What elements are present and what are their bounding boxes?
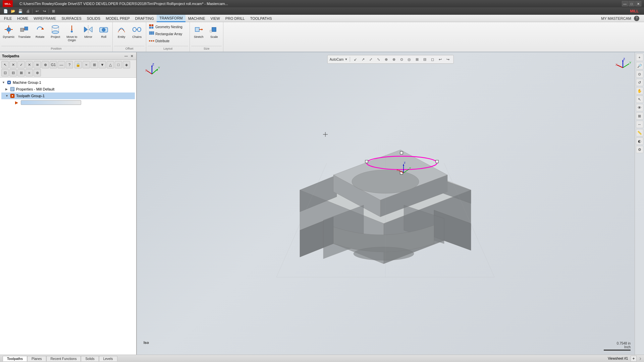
viewsheet-add-button[interactable]: + [631,356,637,362]
menu-wireframe[interactable]: WIREFRAME [31,15,59,22]
help-icon[interactable]: ? [634,16,639,21]
vp-btn-13[interactable]: ↪ [444,56,451,63]
rt-zoom-in[interactable]: + [636,54,643,61]
menu-surfaces[interactable]: SURFACES [59,15,84,22]
rt-settings[interactable]: ⚙ [636,146,643,153]
tp-box-button[interactable]: ⊡ [1,69,9,76]
rectangular-array-button[interactable]: Rectangular Array [148,31,184,37]
menu-file[interactable]: FILE [1,15,14,22]
geometry-nesting-button[interactable]: Geometry Nesting [148,23,184,30]
open-button[interactable]: 📂 [10,8,16,14]
tab-solids[interactable]: Solids [81,356,99,361]
toolpaths-close-button[interactable]: ✕ [129,54,134,58]
vp-btn-9[interactable]: ⊞ [414,56,420,63]
vp-btn-4[interactable]: ⤡ [375,56,382,63]
viewsheet-scroll-button[interactable]: › [639,355,641,362]
tab-recent-functions[interactable]: Recent Functions [46,356,81,361]
rotate-button[interactable]: Rotate [33,23,47,40]
scale-button[interactable]: Scale [207,23,221,40]
menu-model-prep[interactable]: MODEL PREP [103,15,132,22]
tp-plus-button[interactable]: ⊕ [34,69,41,76]
save-button[interactable]: 💾 [17,8,23,14]
rt-fit[interactable]: ⊙ [636,70,643,78]
vp-btn-7[interactable]: ⊙ [398,56,405,63]
rt-view[interactable]: 👁 [636,104,643,111]
tp-list-button[interactable]: ≋ [34,61,41,68]
vp-btn-6[interactable]: ⊗ [390,56,397,63]
menu-solids[interactable]: SOLIDS [84,15,103,22]
new-button[interactable]: 📄 [3,8,9,14]
menu-transform[interactable]: TRANSFORM [157,15,185,22]
tp-cross-button[interactable]: ◈ [123,61,130,68]
tab-toolpaths[interactable]: Toolpaths [3,356,27,361]
autocam-dropdown[interactable]: ▼ [344,58,347,61]
tree-machine-group[interactable]: ▼ Machine Group-1 [1,79,135,86]
tp-collapse-button[interactable]: — [58,61,65,68]
tp-down-button[interactable]: ▼ [99,61,106,68]
tp-up-button[interactable]: △ [107,61,114,68]
mirror-button[interactable]: Mirror [81,23,96,40]
menu-pro-drill[interactable]: PRO DRILL [223,15,248,22]
tab-levels[interactable]: Levels [99,356,117,361]
vp-btn-1[interactable]: ↙ [352,56,359,63]
tree-properties[interactable]: ▶ Properties - Mill Default [1,86,135,93]
roll-button[interactable]: Roll [96,23,111,40]
tp-help-button[interactable]: ? [66,61,73,68]
rt-dim[interactable]: ↔ [636,121,643,128]
print-button[interactable]: 🖨 [25,8,31,14]
close-button[interactable]: ✕ [635,1,641,6]
vp-btn-5[interactable]: ⊕ [383,56,389,63]
menu-machine[interactable]: MACHINE [185,15,208,22]
minimize-button[interactable]: — [622,1,628,6]
rt-pan[interactable]: ✋ [636,87,643,95]
maximize-button[interactable]: □ [629,1,635,6]
tp-wave-button[interactable]: ≈ [83,61,90,68]
vp-btn-2[interactable]: ↗ [360,56,366,63]
rt-select[interactable]: ↖ [636,96,643,103]
vp-btn-10[interactable]: ⊟ [421,56,428,63]
menu-toolpaths[interactable]: TOOLPATHS [248,15,275,22]
viewport[interactable]: AutoCam ▼ ↙ ↗ ⤢ ⤡ ⊕ ⊗ ⊙ ◎ ⊞ ⊟ ◻ ↩ ↪ Z [137,52,644,355]
distribute-button[interactable]: Distribute [148,38,184,44]
vp-btn-3[interactable]: ⤢ [367,56,374,63]
stretch-button[interactable]: Stretch [191,23,206,40]
mastercam-logo[interactable]: MILL [3,0,13,7]
tp-g1-button[interactable]: G1 [50,61,57,68]
undo-button[interactable]: ↩ [34,8,40,14]
rt-zoom-out[interactable]: 🔎 [636,62,643,69]
tp-add-button[interactable]: ⊕ [42,61,49,68]
tp-grid-button[interactable]: ⊞ [91,61,98,68]
extra-btn[interactable]: ⊞ [50,8,56,14]
dynamic-button[interactable]: Dynamic [1,23,16,40]
redo-button[interactable]: ↪ [41,8,47,14]
vp-btn-11[interactable]: ◻ [429,56,436,63]
tab-planes[interactable]: Planes [27,356,46,361]
tp-lock-button[interactable]: 🔒 [74,61,82,68]
vp-btn-8[interactable]: ◎ [406,56,413,63]
tp-check-button[interactable]: ✓ [17,61,25,68]
tp-uncheck-button[interactable]: ✕ [25,61,33,68]
toolpaths-pin-button[interactable]: — [124,54,128,58]
tree-toolpath-group[interactable]: ▼ Toolpath Group-1 [1,93,135,99]
tp-rect-button[interactable]: □ [115,61,122,68]
vp-btn-12[interactable]: ↩ [437,56,443,63]
project-button[interactable]: Project [48,23,63,40]
rt-rotate[interactable]: ↺ [636,79,643,86]
rt-shade[interactable]: ◐ [636,137,643,145]
tree-toolpath-item[interactable]: ▶ [1,99,135,106]
rt-plane[interactable]: ⊞ [636,112,643,120]
chains-button[interactable]: Chains [129,23,144,40]
rt-measure[interactable]: 📏 [636,129,643,136]
translate-button[interactable]: Translate [17,23,32,40]
tp-select-button[interactable]: ↖ [1,61,9,68]
menu-home[interactable]: HOME [14,15,31,22]
title-bar-controls: — □ ✕ [622,1,641,6]
menu-view[interactable]: VIEW [208,15,223,22]
tp-x-button[interactable]: ⊠ [17,69,25,76]
move-to-origin-button[interactable]: Move to Origin [63,23,80,43]
menu-drafting[interactable]: DRAFTING [132,15,157,22]
tp-box2-button[interactable]: ⊟ [9,69,17,76]
tp-menu-button[interactable]: ≡ [25,69,33,76]
tp-delete-button[interactable]: ✕ [9,61,17,68]
entity-button[interactable]: Entity [114,23,129,40]
